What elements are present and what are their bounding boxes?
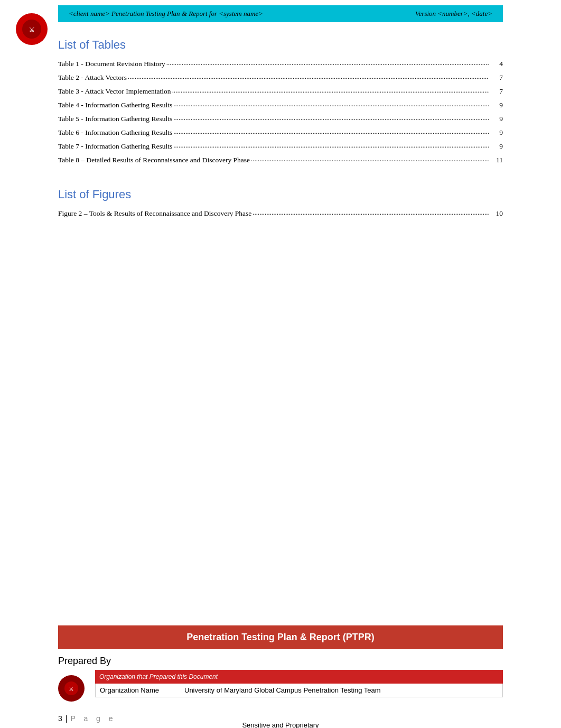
table-row: Table 6 - Information Gathering Results …: [58, 127, 503, 139]
figures-gap: List of Figures Figure 2 – Tools & Resul…: [58, 188, 503, 220]
table-row: Table 5 - Information Gathering Results …: [58, 113, 503, 125]
toc-dots: [173, 140, 489, 152]
toc-page: 7: [490, 86, 503, 98]
footer-area: Penetration Testing Plan & Report (PTPR)…: [58, 625, 503, 702]
prepared-by-label: Prepared By: [58, 656, 503, 667]
toc-page: 11: [490, 154, 503, 167]
org-table-header: Organization that Prepared this Document: [95, 670, 503, 684]
table-row: Table 1 - Document Revision History 4: [58, 58, 503, 70]
toc-dots: [251, 153, 489, 165]
page-wrapper: ⚔ <client name> Penetration Testing Plan…: [0, 5, 561, 728]
toc-entry-label: Table 3 - Attack Vector Implementation: [58, 86, 171, 98]
prepared-by-section: Prepared By ⚔ Organization that Prepared…: [58, 656, 503, 702]
header-title: <client name> Penetration Testing Plan &…: [69, 10, 263, 18]
svg-text:⚔: ⚔: [69, 686, 74, 692]
footer-title: Penetration Testing Plan & Report (PTPR): [186, 632, 375, 642]
header-bar: <client name> Penetration Testing Plan &…: [58, 5, 503, 22]
toc-page: 10: [490, 208, 503, 220]
footer-red-bar: Penetration Testing Plan & Report (PTPR): [58, 625, 503, 649]
toc-entry-label: Table 7 - Information Gathering Results: [58, 141, 172, 153]
toc-entry-label: Table 5 - Information Gathering Results: [58, 113, 172, 125]
toc-page: 9: [490, 127, 503, 139]
list-of-figures: Figure 2 – Tools & Results of Reconnaiss…: [58, 208, 503, 220]
toc-page: 9: [490, 141, 503, 153]
sensitive-notice: Sensitive and Proprietary: [0, 721, 561, 728]
figure-row: Figure 2 – Tools & Results of Reconnaiss…: [58, 208, 503, 220]
header-version: Version <number>, <date>: [415, 10, 492, 18]
logo-icon: ⚔: [16, 13, 48, 45]
org-name-value: University of Maryland Global Campus Pen…: [184, 686, 381, 694]
toc-entry-label: Table 2 - Attack Vectors: [58, 72, 127, 84]
toc-dots: [166, 57, 489, 69]
toc-entry-label: Table 4 - Information Gathering Results: [58, 99, 172, 112]
toc-dots: [173, 112, 489, 124]
table-row: Table 7 - Information Gathering Results …: [58, 141, 503, 153]
svg-text:⚔: ⚔: [29, 26, 35, 34]
org-table-header-text: Organization that Prepared this Document: [99, 673, 218, 680]
org-name-label: Organization Name: [100, 686, 184, 694]
toc-entry-label: Table 8 – Detailed Results of Reconnaiss…: [58, 154, 250, 167]
table-row: Table 4 - Information Gathering Results …: [58, 99, 503, 112]
list-of-tables-heading: List of Tables: [58, 38, 503, 52]
logo-area: ⚔: [13, 11, 50, 48]
list-of-figures-heading: List of Figures: [58, 188, 503, 201]
org-table-row: Organization Name University of Maryland…: [95, 684, 503, 697]
toc-dots: [173, 126, 489, 138]
toc-page: 9: [490, 113, 503, 125]
toc-entry-label: Table 6 - Information Gathering Results: [58, 127, 172, 139]
toc-dots: [173, 98, 489, 110]
toc-page: 7: [490, 72, 503, 84]
toc-entry-label: Figure 2 – Tools & Results of Reconnaiss…: [58, 208, 251, 220]
toc-page: 4: [490, 58, 503, 70]
table-row: Table 2 - Attack Vectors 7: [58, 72, 503, 84]
toc-dots: [128, 71, 489, 83]
table-row: Table 8 – Detailed Results of Reconnaiss…: [58, 154, 503, 167]
toc-dots: [172, 85, 489, 97]
table-row: Table 3 - Attack Vector Implementation 7: [58, 86, 503, 98]
list-of-tables: Table 1 - Document Revision History 4 Ta…: [58, 58, 503, 167]
toc-page: 9: [490, 99, 503, 112]
toc-entry-label: Table 1 - Document Revision History: [58, 58, 165, 70]
main-content: List of Tables Table 1 - Document Revisi…: [58, 38, 503, 219]
toc-dots: [253, 207, 489, 219]
